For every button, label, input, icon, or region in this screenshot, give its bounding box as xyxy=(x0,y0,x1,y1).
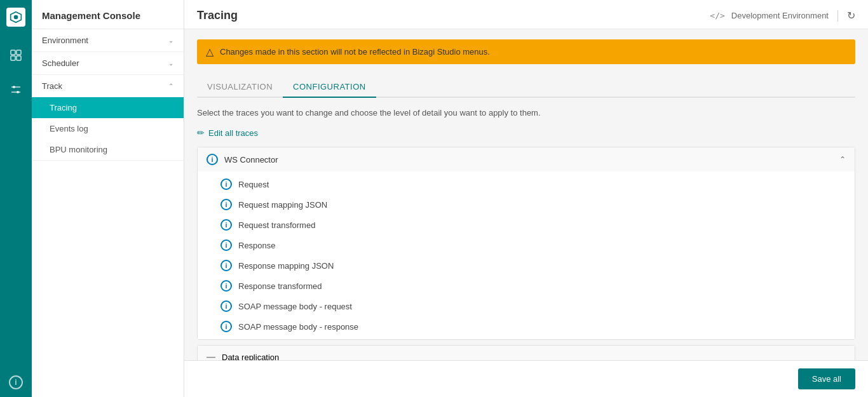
ws-connector-items: i Request i Request mapping JSON i Reque… xyxy=(198,172,855,339)
grid-icon[interactable] xyxy=(6,46,25,67)
warning-banner: △ Changes made in this section will not … xyxy=(197,39,855,64)
info-icon[interactable]: i xyxy=(9,375,23,389)
sidebar-item-bpu-monitoring[interactable]: BPU monitoring xyxy=(32,139,184,160)
svg-rect-5 xyxy=(17,56,21,60)
track-label: Track xyxy=(42,81,62,91)
main-header-right: </> Development Environment ↻ xyxy=(710,10,855,22)
trace-item-response[interactable]: i Response xyxy=(198,235,855,255)
sidebar-section-environment: Environment ⌄ xyxy=(32,29,184,52)
sidebar-section-track: Track ⌃ Tracing Events log BPU monitorin… xyxy=(32,75,184,161)
svg-rect-4 xyxy=(11,56,15,60)
ws-connector-header[interactable]: i WS Connector ⌃ xyxy=(198,147,855,172)
request-mapping-label: Request mapping JSON xyxy=(238,200,327,210)
track-chevron: ⌃ xyxy=(168,83,173,90)
header-divider xyxy=(837,10,838,22)
soap-response-label: SOAP message body - response xyxy=(238,322,358,332)
ws-connector-label: WS Connector xyxy=(224,155,278,165)
sliders-icon[interactable] xyxy=(6,80,25,102)
data-replication-header[interactable]: — Data replication xyxy=(198,346,855,360)
tab-configuration[interactable]: CONFIGURATION xyxy=(283,77,376,98)
scheduler-chevron: ⌄ xyxy=(168,60,173,67)
sidebar-section-track-header[interactable]: Track ⌃ xyxy=(32,75,184,97)
sidebar-item-events-log[interactable]: Events log xyxy=(32,118,184,139)
sidebar-section-scheduler: Scheduler ⌄ xyxy=(32,52,184,75)
svg-rect-3 xyxy=(17,50,21,55)
trace-item-request-mapping[interactable]: i Request mapping JSON xyxy=(198,194,855,215)
ws-connector-chevron: ⌃ xyxy=(839,155,846,164)
response-label: Response xyxy=(238,241,276,250)
soap-request-label: SOAP message body - request xyxy=(238,302,352,311)
refresh-icon[interactable]: ↻ xyxy=(847,10,855,22)
main-content: Tracing </> Development Environment ↻ △ … xyxy=(184,0,868,397)
page-title: Tracing xyxy=(197,9,238,22)
data-replication-label: Data replication xyxy=(222,353,279,361)
svg-point-1 xyxy=(14,15,18,20)
edit-all-label: Edit all traces xyxy=(208,128,258,138)
svg-point-9 xyxy=(17,91,19,93)
save-all-button[interactable]: Save all xyxy=(798,368,855,389)
trace-item-soap-request[interactable]: i SOAP message body - request xyxy=(198,296,855,316)
soap-request-info-icon: i xyxy=(220,300,232,312)
main-footer: Save all xyxy=(184,360,868,397)
svg-point-7 xyxy=(13,86,15,88)
soap-response-info-icon: i xyxy=(220,321,232,332)
sidebar-title: Management Console xyxy=(32,0,184,29)
trace-group-data-replication: — Data replication xyxy=(197,345,855,360)
trace-item-response-transformed[interactable]: i Response transformed xyxy=(198,276,855,296)
ws-connector-info-icon: i xyxy=(207,154,218,165)
ws-connector-left: i WS Connector xyxy=(207,154,278,165)
request-label: Request xyxy=(238,180,269,189)
sidebar-section-scheduler-header[interactable]: Scheduler ⌄ xyxy=(32,52,184,74)
response-info-icon: i xyxy=(220,239,232,251)
main-header: Tracing </> Development Environment ↻ xyxy=(184,0,868,29)
environment-label: Environment xyxy=(42,36,88,45)
trace-item-request-transformed[interactable]: i Request transformed xyxy=(198,215,855,235)
trace-item-request[interactable]: i Request xyxy=(198,174,855,194)
request-mapping-info-icon: i xyxy=(220,199,232,210)
scheduler-label: Scheduler xyxy=(42,58,79,68)
code-icon: </> xyxy=(710,11,724,20)
edit-all-traces-button[interactable]: ✏ Edit all traces xyxy=(197,128,855,138)
sidebar-section-environment-header[interactable]: Environment ⌄ xyxy=(32,29,184,51)
section-description: Select the traces you want to change and… xyxy=(197,108,855,118)
response-transformed-info-icon: i xyxy=(220,280,232,292)
env-label: Development Environment xyxy=(731,11,829,20)
pencil-icon: ✏ xyxy=(197,128,205,138)
environment-chevron: ⌄ xyxy=(168,37,173,44)
response-mapping-label: Response mapping JSON xyxy=(238,261,334,271)
trace-item-soap-response[interactable]: i SOAP message body - response xyxy=(198,316,855,337)
request-info-icon: i xyxy=(220,178,232,190)
app-logo[interactable] xyxy=(6,8,25,27)
trace-group-ws-connector: i WS Connector ⌃ i Request i Request map… xyxy=(197,147,855,340)
request-transformed-label: Request transformed xyxy=(238,220,315,230)
response-transformed-label: Response transformed xyxy=(238,281,322,291)
warning-text: Changes made in this section will not be… xyxy=(220,47,490,57)
data-replication-minus-icon: — xyxy=(207,352,215,360)
main-body: △ Changes made in this section will not … xyxy=(184,29,868,360)
trace-item-response-mapping[interactable]: i Response mapping JSON xyxy=(198,255,855,276)
tabs-container: VISUALIZATION CONFIGURATION xyxy=(197,77,855,98)
response-mapping-info-icon: i xyxy=(220,260,232,271)
warning-icon: △ xyxy=(206,46,214,58)
icon-bar: i xyxy=(0,0,32,397)
svg-rect-2 xyxy=(11,50,15,55)
request-transformed-info-icon: i xyxy=(220,219,232,231)
sidebar: Management Console Environment ⌄ Schedul… xyxy=(32,0,184,397)
sidebar-item-tracing[interactable]: Tracing xyxy=(32,97,184,118)
icon-bar-bottom: i xyxy=(9,375,23,389)
tab-visualization[interactable]: VISUALIZATION xyxy=(197,77,283,97)
